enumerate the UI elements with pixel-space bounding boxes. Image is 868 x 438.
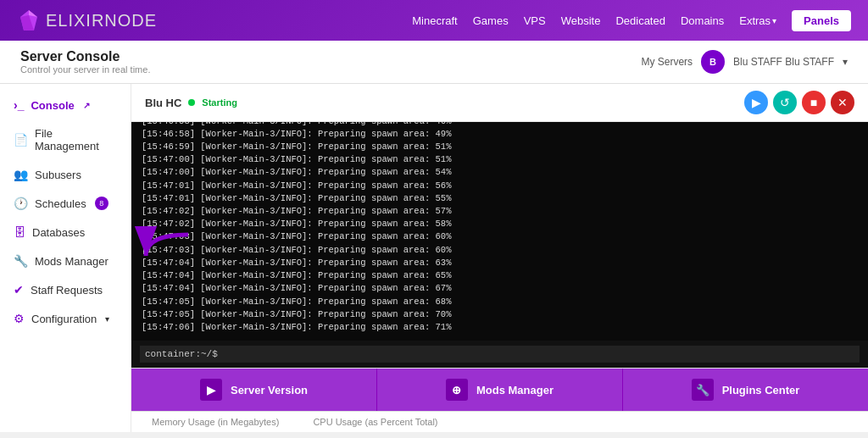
- terminal-line: [15:47:04] [Worker-Main-3/INFO]: Prepari…: [142, 282, 858, 295]
- status-dot: [188, 99, 195, 106]
- sidebar-item-databases[interactable]: 🗄 Databases: [0, 218, 131, 247]
- server-console-info: Server Console Control your server in re…: [20, 49, 150, 75]
- configuration-icon: ⚙: [14, 312, 25, 325]
- staff-requests-icon: ✔: [14, 283, 24, 297]
- secondary-bar: Server Console Control your server in re…: [0, 41, 868, 84]
- nav-extras[interactable]: Extras ▾: [739, 14, 776, 27]
- mods-manager-icon: 🔧: [14, 254, 28, 268]
- sidebar-item-configuration[interactable]: ⚙ Configuration ▾: [0, 304, 131, 333]
- terminal-line: [15:47:05] [Worker-Main-3/INFO]: Prepari…: [142, 308, 858, 321]
- terminal-line: [15:47:00] [Worker-Main-3/INFO]: Prepari…: [142, 153, 858, 166]
- page-title: Server Console: [20, 49, 150, 64]
- ctrl-button-blue[interactable]: ▶: [744, 91, 768, 114]
- command-input-bar: [131, 341, 868, 368]
- nav-domains[interactable]: Domains: [681, 14, 724, 27]
- nav-links: Minecraft Games VPS Website Dedicated Do…: [412, 10, 851, 31]
- sidebar-item-subusers[interactable]: 👥 Subusers: [0, 160, 131, 189]
- logo-gem-icon: [17, 8, 41, 32]
- logo-light: NODE: [104, 11, 157, 30]
- avatar: B: [701, 50, 725, 74]
- sidebar-item-label: Databases: [32, 226, 85, 239]
- nav-minecraft[interactable]: Minecraft: [412, 14, 457, 27]
- sidebar-item-schedules[interactable]: 🕐 Schedules 8: [0, 189, 131, 218]
- server-name: Blu HC: [145, 97, 181, 109]
- logo: ELIXIRNODE: [17, 8, 157, 32]
- terminal-line: [15:47:01] [Worker-Main-3/INFO]: Prepari…: [142, 192, 858, 205]
- user-dropdown-icon[interactable]: ▾: [843, 56, 848, 68]
- sidebar-item-file-management[interactable]: 📄 File Management: [0, 119, 131, 160]
- terminal-line: [15:46:58] [Worker-Main-3/INFO]: Prepari…: [142, 128, 858, 141]
- ctrl-button-stop[interactable]: ■: [802, 91, 826, 114]
- terminal-line: [15:47:00] [Worker-Main-3/INFO]: Prepari…: [142, 166, 858, 179]
- sidebar-item-mods-manager[interactable]: 🔧 Mods Manager: [0, 247, 131, 275]
- terminal-line: [15:47:01] [Worker-Main-3/INFO]: Prepari…: [142, 180, 858, 192]
- panels-button[interactable]: Panels: [792, 10, 851, 31]
- ctrl-button-teal[interactable]: ↺: [773, 91, 797, 114]
- nav-vps[interactable]: VPS: [524, 14, 546, 27]
- nav-website[interactable]: Website: [561, 14, 601, 27]
- terminal-line: [15:47:03] [Worker-Main-3/INFO]: Prepari…: [142, 230, 858, 243]
- terminal-line: [15:46:58] [Worker-Main-3/INFO]: Prepari…: [142, 122, 858, 128]
- terminal-line: [15:47:06] [Worker-Main-3/INFO]: Prepari…: [142, 321, 858, 334]
- top-navigation: ELIXIRNODE Minecraft Games VPS Website D…: [0, 0, 868, 41]
- sidebar-item-label: Schedules: [35, 197, 86, 210]
- external-link-icon: ↗: [83, 101, 90, 110]
- sidebar-item-label: Console: [31, 99, 74, 112]
- server-version-label: Server Version: [231, 384, 308, 396]
- terminal-line: [15:47:04] [Worker-Main-3/INFO]: Prepari…: [142, 257, 858, 269]
- user-area: My Servers B Blu STAFF Blu STAFF ▾: [641, 50, 848, 74]
- mods-manager-icon: ⊕: [446, 379, 468, 401]
- sidebar: ›_ Console ↗ 📄 File Management 👥 Subuser…: [0, 84, 131, 432]
- sidebar-item-label: File Management: [35, 127, 117, 152]
- plugins-center-button[interactable]: 🔧 Plugins Center: [623, 369, 868, 411]
- sidebar-item-label: Mods Manager: [35, 255, 108, 268]
- server-version-icon: ▶: [200, 379, 222, 401]
- content-area: Blu HC Starting ▶ ↺ ■ ✕ [15:46:51] [Work…: [131, 84, 868, 432]
- plugins-center-label: Plugins Center: [722, 384, 800, 396]
- file-management-icon: 📄: [14, 133, 28, 147]
- sidebar-item-label: Staff Requests: [31, 284, 103, 297]
- page-subtitle: Control your server in real time.: [20, 64, 150, 75]
- schedules-badge: 8: [95, 197, 108, 210]
- user-label: Blu STAFF Blu STAFF: [733, 56, 834, 68]
- sidebar-item-label: Configuration: [31, 313, 97, 325]
- command-input[interactable]: [140, 346, 860, 363]
- bottom-buttons: ▶ Server Version ⊕ Mods Manager 🔧 Plugin…: [131, 368, 868, 411]
- schedules-icon: 🕐: [14, 197, 28, 210]
- terminal-line: [15:47:02] [Worker-Main-3/INFO]: Prepari…: [142, 205, 858, 218]
- server-controls: ▶ ↺ ■ ✕: [744, 91, 854, 114]
- sidebar-item-staff-requests[interactable]: ✔ Staff Requests: [0, 275, 131, 304]
- memory-label: Memory Usage (in Megabytes): [152, 417, 279, 427]
- terminal: [15:46:51] [Worker-Main-3/INFO]: Prepari…: [131, 122, 868, 341]
- terminal-line: [15:47:02] [Worker-Main-3/INFO]: Prepari…: [142, 218, 858, 230]
- terminal-line: [15:47:05] [Worker-Main-3/INFO]: Prepari…: [142, 296, 858, 308]
- mods-manager-label: Mods Manager: [476, 384, 554, 396]
- subusers-icon: 👥: [14, 168, 28, 181]
- ctrl-button-kill[interactable]: ✕: [831, 91, 854, 114]
- server-version-button[interactable]: ▶ Server Version: [131, 369, 377, 411]
- databases-icon: 🗄: [14, 225, 25, 239]
- my-servers-label[interactable]: My Servers: [641, 56, 693, 68]
- status-label: Starting: [202, 97, 237, 108]
- sidebar-item-console[interactable]: ›_ Console ↗: [0, 91, 131, 119]
- terminal-line: [15:46:59] [Worker-Main-3/INFO]: Prepari…: [142, 141, 858, 153]
- plugins-center-icon: 🔧: [692, 379, 714, 401]
- cpu-label: CPU Usage (as Percent Total): [313, 417, 437, 427]
- mods-manager-button[interactable]: ⊕ Mods Manager: [377, 369, 623, 411]
- logo-bold: ELIXIR: [46, 11, 104, 30]
- terminal-line: [15:47:03] [Worker-Main-3/INFO]: Prepari…: [142, 244, 858, 257]
- terminal-line: [15:47:04] [Worker-Main-3/INFO]: Prepari…: [142, 269, 858, 282]
- nav-dedicated[interactable]: Dedicated: [615, 14, 665, 27]
- main-layout: ›_ Console ↗ 📄 File Management 👥 Subuser…: [0, 84, 868, 432]
- server-status-bar: Blu HC Starting ▶ ↺ ■ ✕: [131, 84, 868, 122]
- metrics-bar: Memory Usage (in Megabytes) CPU Usage (a…: [131, 411, 868, 432]
- nav-games[interactable]: Games: [473, 14, 509, 27]
- configuration-chevron-icon: ▾: [105, 314, 109, 324]
- sidebar-item-label: Subusers: [35, 169, 81, 181]
- server-name-status: Blu HC Starting: [145, 97, 237, 109]
- console-icon: ›_: [14, 98, 24, 112]
